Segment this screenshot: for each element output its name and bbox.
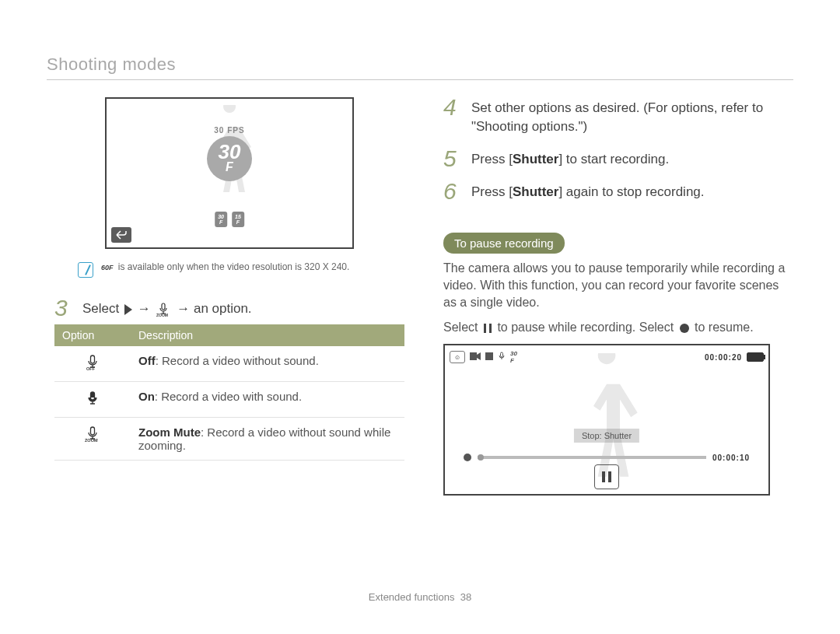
step3-arrow2: → bbox=[177, 301, 190, 316]
mic-zoom-icon: ZOOM bbox=[156, 302, 171, 317]
step3-pre: Select bbox=[82, 301, 119, 316]
pause-select-line: Select to pause while recording. Select … bbox=[443, 319, 793, 336]
time-elapsed: 00:00:10 bbox=[712, 454, 750, 462]
svg-text:ZOOM: ZOOM bbox=[156, 313, 168, 317]
fps-30-indicator: 30F bbox=[510, 350, 517, 364]
mic-on-icon bbox=[54, 382, 131, 418]
face-icon: ☺ bbox=[450, 351, 465, 363]
battery-icon bbox=[747, 352, 764, 362]
page-footer: Extended functions 38 bbox=[0, 591, 840, 603]
opt-on-label: On bbox=[138, 390, 155, 403]
pause-select-pre: Select bbox=[443, 321, 478, 334]
opt-off-label: Off bbox=[138, 354, 156, 367]
footer-label: Extended functions bbox=[369, 591, 455, 603]
fps-f-letter: F bbox=[226, 160, 233, 174]
note-row: 60F is available only when the video res… bbox=[54, 258, 404, 285]
back-arrow-icon bbox=[116, 230, 127, 240]
pause-select-post: to resume. bbox=[695, 321, 754, 334]
svg-rect-5 bbox=[485, 352, 493, 360]
step6-bold: Shutter bbox=[513, 184, 559, 199]
record-dot bbox=[464, 454, 471, 461]
step5-bold: Shutter bbox=[513, 152, 559, 166]
recording-screen: ☺ 30F 00:00:20 Stop: Shutter 00:0 bbox=[443, 344, 770, 496]
note-text: is available only when the video resolut… bbox=[118, 261, 350, 272]
note-icon bbox=[78, 262, 93, 278]
svg-text:OFF: OFF bbox=[86, 366, 96, 371]
table-row: OFF Off: Record a video without sound. bbox=[54, 346, 404, 382]
mic-zoom-mute-icon: ZOOM bbox=[54, 418, 131, 461]
pause-icon bbox=[484, 324, 492, 333]
pause-bars-icon bbox=[602, 471, 611, 482]
opt-zoom-label: Zoom Mute bbox=[138, 426, 201, 439]
pause-paragraph: The camera allows you to pause temporari… bbox=[443, 260, 793, 311]
stop-shutter-label: Stop: Shutter bbox=[574, 429, 639, 443]
fps-label: 30 FPS bbox=[207, 126, 252, 135]
step3-post: an option. bbox=[194, 301, 252, 316]
svg-rect-3 bbox=[470, 352, 477, 360]
fps-option-15: 15F bbox=[232, 212, 244, 227]
step-number: 3 bbox=[54, 298, 72, 318]
step5-post: ] to start recording. bbox=[558, 152, 669, 166]
divider bbox=[47, 79, 793, 80]
fps-options-row: 30F 15F bbox=[215, 212, 244, 227]
footer-page: 38 bbox=[460, 591, 471, 603]
pause-button[interactable] bbox=[594, 464, 619, 489]
step-number: 6 bbox=[443, 181, 460, 201]
mic-off-icon: OFF bbox=[54, 346, 131, 382]
step4-text: Set other options as desired. (For optio… bbox=[471, 97, 793, 136]
rec-indicator-icon bbox=[485, 352, 493, 362]
fps-circle: 30 F bbox=[207, 136, 252, 181]
play-icon bbox=[124, 304, 132, 315]
fps-selection-screen: 30 FPS 30 F 30F 15F bbox=[105, 97, 354, 249]
fps-emblem: 30 FPS 30 F bbox=[207, 126, 252, 181]
step3-arrow1: → bbox=[138, 301, 151, 316]
mic-indicator-icon bbox=[498, 352, 506, 363]
step5-pre: Press [ bbox=[471, 152, 513, 166]
fps-option-30: 30F bbox=[215, 212, 227, 227]
th-description: Description bbox=[131, 324, 404, 346]
step-6: 6 Press [Shutter] again to stop recordin… bbox=[443, 181, 793, 201]
th-option: Option bbox=[54, 324, 131, 346]
progress-bar bbox=[478, 456, 706, 459]
pause-heading-pill: To pause recording bbox=[443, 233, 565, 254]
options-table: Option Description OFF Off: Record a vid… bbox=[54, 324, 404, 461]
step-4: 4 Set other options as desired. (For opt… bbox=[443, 97, 793, 136]
step-number: 5 bbox=[443, 149, 460, 169]
time-total: 00:00:20 bbox=[705, 353, 742, 362]
progress-row: 00:00:10 bbox=[464, 455, 750, 460]
pause-select-mid: to pause while recording. Select bbox=[497, 321, 674, 334]
svg-marker-4 bbox=[477, 352, 481, 360]
table-row: ZOOM Zoom Mute: Record a video without s… bbox=[54, 418, 404, 461]
step-number: 4 bbox=[443, 97, 460, 117]
section-title: Shooting modes bbox=[47, 54, 793, 75]
step6-pre: Press [ bbox=[471, 184, 513, 199]
table-row: On: Record a video with sound. bbox=[54, 382, 404, 418]
fps-big-number: 30 bbox=[219, 143, 241, 160]
screen2-topbar: ☺ 30F 00:00:20 bbox=[450, 350, 764, 364]
opt-off-desc: : Record a video without sound. bbox=[156, 354, 319, 367]
step-5: 5 Press [Shutter] to start recording. bbox=[443, 149, 793, 169]
back-button[interactable] bbox=[111, 227, 131, 243]
svg-text:ZOOM: ZOOM bbox=[85, 438, 98, 443]
step6-post: ] again to stop recording. bbox=[558, 184, 704, 199]
step-3: 3 Select → ZOOM → an option. bbox=[54, 298, 404, 318]
video-mode-icon bbox=[470, 352, 481, 362]
opt-on-desc: : Record a video with sound. bbox=[155, 390, 302, 403]
note-60f-icon: 60F bbox=[101, 264, 114, 271]
record-icon bbox=[680, 324, 689, 333]
